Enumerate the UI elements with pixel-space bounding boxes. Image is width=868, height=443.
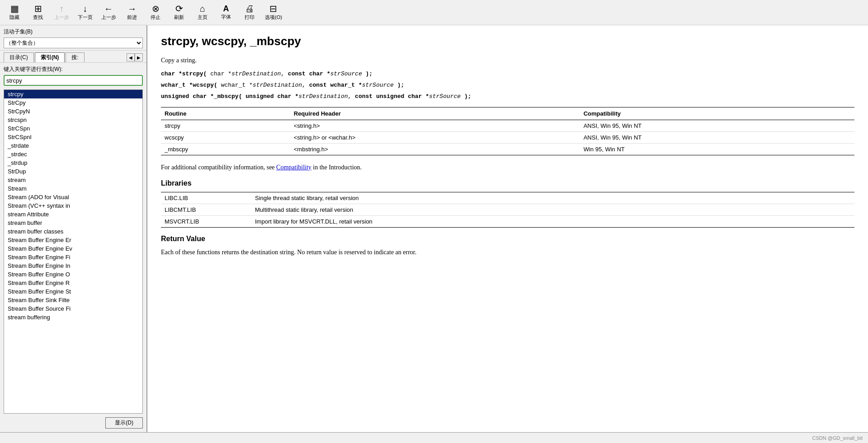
find-icon: ⊞ (34, 4, 42, 13)
options-icon: ⊟ (269, 4, 277, 13)
description: Copy a string. (161, 56, 854, 65)
index-list-item[interactable]: Stream Buffer Engine Er (4, 236, 142, 244)
main-layout: 活动子集(B) （整个集合） 目录(C) 索引(N) 搜: ◀ ▶ 键入关键字进… (0, 25, 868, 432)
index-list-item[interactable]: strcspn (4, 116, 142, 124)
table-row: _mbscpy<mbstring.h>Win 95, Win NT (161, 144, 854, 155)
index-list-item[interactable]: strcpy (4, 90, 142, 98)
search-input-container (0, 74, 146, 88)
index-list-item[interactable]: Stream (VC++ syntax in (4, 201, 142, 210)
prev-icon: ← (104, 4, 113, 13)
hide-icon: ▦ (10, 4, 19, 13)
left-panel-top: 活动子集(B) （整个集合） (0, 25, 146, 51)
compat-note: For additional compatibility information… (161, 163, 854, 172)
tab-contents[interactable]: 目录(C) (4, 52, 34, 62)
tab-index[interactable]: 索引(N) (35, 52, 65, 62)
options-label: 选项(O) (265, 14, 282, 21)
index-list-item[interactable]: StrDup (4, 167, 142, 176)
font-label: 字体 (221, 14, 231, 20)
index-list-item[interactable]: StrCSpnI (4, 133, 142, 141)
col-header: Required Header (290, 107, 580, 120)
toolbar: ▦ 隐藏 ⊞ 查找 ↑ 上一步 ↓ 下一页 ← 上一步 → 前进 ⊗ 停止 ⟳ … (0, 0, 868, 25)
table-row: wcscpy<string.h> or <wchar.h>ANSI, Win 9… (161, 132, 854, 144)
index-list-item[interactable]: StrCpy (4, 98, 142, 107)
table-row: MSVCRT.LIBImport library for MSVCRT.DLL,… (161, 216, 854, 228)
index-list-item[interactable]: Stream (ADO for Visual (4, 193, 142, 201)
page-title: strcpy, wcscpy, _mbscpy (161, 34, 854, 48)
index-list-item[interactable]: _strdec (4, 150, 142, 159)
libraries-heading: Libraries (161, 179, 854, 187)
index-list-item[interactable]: Stream Buffer Engine R (4, 279, 142, 287)
tabs-row: 目录(C) 索引(N) 搜: ◀ ▶ (0, 51, 146, 63)
refresh-label: 刷新 (174, 14, 184, 21)
search-label: 键入关键字进行查找(W): (0, 63, 146, 74)
status-bar: CSDN @GD_small_bit (0, 432, 868, 443)
index-list-item[interactable]: Stream Buffer Engine In (4, 261, 142, 270)
print-icon: 🖨 (245, 4, 254, 13)
prev-label: 上一步 (101, 14, 116, 21)
index-list-item[interactable]: Stream Buffer Source Fi (4, 304, 142, 313)
index-list-item[interactable]: stream Attribute (4, 210, 142, 219)
toolbar-hide-btn[interactable]: ▦ 隐藏 (4, 3, 25, 22)
show-button[interactable]: 显示(D) (105, 417, 143, 429)
tab-search[interactable]: 搜: (66, 52, 84, 62)
toolbar-back-btn[interactable]: ↑ 上一步 (51, 3, 72, 22)
index-list-item[interactable]: StrCpyN (4, 107, 142, 116)
index-list-item[interactable]: stream (4, 176, 142, 184)
index-list-item[interactable]: Stream Buffer Engine Fi (4, 253, 142, 261)
signature-3: unsigned char *_mbscpy( unsigned char *s… (161, 93, 854, 100)
nextpage-label: 下一页 (78, 14, 93, 21)
index-list[interactable]: strcpyStrCpyStrCpyNstrcspnStrCSpnStrCSpn… (4, 89, 143, 414)
active-subset-label: 活动子集(B) (4, 28, 143, 36)
back-label: 上一步 (54, 14, 69, 21)
search-input[interactable] (4, 75, 143, 86)
watermark: CSDN @GD_small_bit (812, 435, 863, 441)
stop-icon: ⊗ (152, 4, 160, 13)
nextpage-icon: ↓ (83, 4, 87, 13)
show-btn-container: 显示(D) (0, 415, 146, 432)
table-row: strcpy<string.h>ANSI, Win 95, Win NT (161, 120, 854, 132)
index-list-item[interactable]: Stream Buffer Engine O (4, 270, 142, 279)
index-list-item[interactable]: Stream Buffer Engine St (4, 287, 142, 296)
forward-icon: → (127, 4, 137, 13)
toolbar-find-btn[interactable]: ⊞ 查找 (27, 3, 49, 22)
index-list-item[interactable]: _strdup (4, 159, 142, 167)
index-list-item[interactable]: Stream (4, 184, 142, 193)
col-compat: Compatibility (580, 107, 854, 120)
index-list-item[interactable]: stream buffering (4, 313, 142, 322)
toolbar-forward-btn[interactable]: → 前进 (121, 3, 143, 22)
signature-1: char *strcpy( char *strDestination, cons… (161, 70, 854, 77)
hide-label: 隐藏 (9, 14, 19, 21)
forward-label: 前进 (127, 14, 137, 21)
toolbar-refresh-btn[interactable]: ⟳ 刷新 (168, 3, 190, 22)
libraries-table: LIBC.LIBSingle thread static library, re… (161, 192, 854, 228)
toolbar-print-btn[interactable]: 🖨 打印 (239, 3, 260, 22)
index-list-item[interactable]: stream buffer (4, 219, 142, 227)
home-icon: ⌂ (200, 4, 205, 13)
back-icon: ↑ (59, 4, 64, 13)
compatibility-table: Routine Required Header Compatibility st… (161, 107, 854, 155)
index-list-item[interactable]: _strdate (4, 141, 142, 150)
content-panel: strcpy, wcscpy, _mbscpy Copy a string. c… (147, 25, 868, 432)
toolbar-options-btn[interactable]: ⊟ 选项(O) (262, 3, 285, 22)
toolbar-prev-btn[interactable]: ← 上一步 (98, 3, 119, 22)
signatures: char *strcpy( char *strDestination, cons… (161, 70, 854, 100)
active-subset-select[interactable]: （整个集合） (4, 37, 143, 48)
index-list-item[interactable]: stream buffer classes (4, 227, 142, 236)
index-list-item[interactable]: Stream Buffer Engine Ev (4, 244, 142, 253)
print-label: 打印 (245, 14, 255, 21)
find-label: 查找 (33, 14, 43, 21)
index-list-item[interactable]: Stream Buffer Sink Filte (4, 296, 142, 304)
compat-link[interactable]: Compatibility (276, 164, 311, 171)
index-list-item[interactable]: StrCSpn (4, 124, 142, 133)
tab-nav-prev[interactable]: ◀ (127, 53, 135, 61)
toolbar-font-btn[interactable]: A 字体 (215, 4, 237, 21)
signature-2: wchar_t *wcscpy( wchar_t *strDestination… (161, 82, 854, 89)
refresh-icon: ⟳ (175, 4, 183, 13)
return-value-text: Each of these functions returns the dest… (161, 247, 854, 257)
toolbar-nextpage-btn[interactable]: ↓ 下一页 (74, 3, 96, 22)
tab-nav-next[interactable]: ▶ (135, 53, 143, 61)
left-panel: 活动子集(B) （整个集合） 目录(C) 索引(N) 搜: ◀ ▶ 键入关键字进… (0, 25, 147, 432)
font-icon: A (223, 5, 229, 13)
toolbar-home-btn[interactable]: ⌂ 主页 (192, 3, 213, 22)
toolbar-stop-btn[interactable]: ⊗ 停止 (145, 3, 166, 22)
